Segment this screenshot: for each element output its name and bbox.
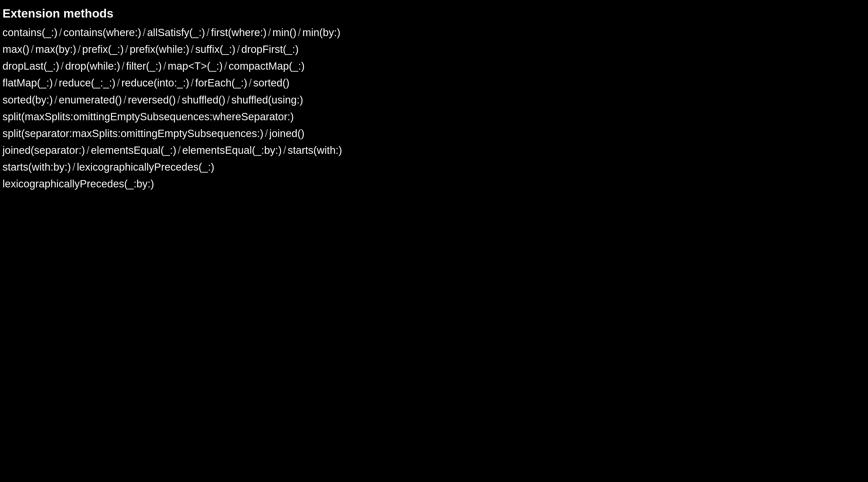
method-name[interactable]: sorted() — [253, 77, 289, 89]
page-title: Extension methods — [2, 5, 861, 22]
separator: / — [124, 94, 127, 106]
method-name[interactable]: min(by:) — [303, 27, 341, 38]
separator: / — [54, 77, 57, 89]
separator: / — [298, 27, 301, 38]
method-name[interactable]: elementsEqual(_:) — [91, 144, 177, 156]
separator: / — [178, 144, 181, 156]
separator: / — [191, 43, 194, 55]
separator: / — [265, 128, 268, 139]
separator: / — [122, 60, 125, 72]
method-name[interactable]: first(where:) — [211, 27, 267, 38]
method-name[interactable]: shuffled(using:) — [231, 94, 303, 106]
separator: / — [54, 94, 57, 106]
method-name[interactable]: joined() — [269, 128, 305, 139]
separator: / — [87, 144, 89, 156]
method-name[interactable]: min() — [272, 27, 297, 38]
page-container: Extension methods contains(_:)/contains(… — [2, 5, 861, 192]
method-name[interactable]: dropFirst(_:) — [241, 43, 299, 55]
separator: / — [72, 161, 75, 173]
method-name[interactable]: max() — [2, 43, 29, 55]
method-line: flatMap(_:)/reduce(_:_:)/reduce(into:_:)… — [2, 75, 861, 91]
separator: / — [207, 27, 210, 38]
method-name[interactable]: split(maxSplits:omittingEmptySubsequence… — [2, 111, 294, 123]
method-name[interactable]: shuffled() — [182, 94, 225, 106]
method-line: dropLast(_:)/drop(while:)/filter(_:)/map… — [2, 58, 861, 74]
separator: / — [59, 27, 62, 38]
method-name[interactable]: dropLast(_:) — [2, 60, 59, 72]
method-line: starts(with:by:)/lexicographicallyPreced… — [2, 159, 861, 175]
method-name[interactable]: filter(_:) — [126, 60, 162, 72]
method-name[interactable]: prefix(while:) — [129, 43, 189, 55]
method-line: split(separator:maxSplits:omittingEmptyS… — [2, 125, 861, 141]
method-name[interactable]: starts(with:by:) — [2, 161, 71, 173]
separator: / — [283, 144, 286, 156]
separator: / — [227, 94, 230, 106]
method-name[interactable]: forEach(_:) — [195, 77, 247, 89]
separator: / — [125, 43, 128, 55]
method-name[interactable]: lexicographicallyPrecedes(_:) — [77, 161, 215, 173]
method-line: contains(_:)/contains(where:)/allSatisfy… — [2, 24, 861, 40]
separator: / — [224, 60, 227, 72]
method-name[interactable]: suffix(_:) — [195, 43, 235, 55]
method-name[interactable]: reduce(into:_:) — [122, 77, 189, 89]
method-name[interactable]: starts(with:) — [288, 144, 342, 156]
separator: / — [249, 77, 252, 89]
method-name[interactable]: reversed() — [128, 94, 176, 106]
method-line: lexicographicallyPrecedes(_:by:) — [2, 175, 861, 192]
method-name[interactable]: allSatisfy(_:) — [147, 27, 205, 38]
method-name[interactable]: elementsEqual(_:by:) — [182, 144, 282, 156]
method-name[interactable]: max(by:) — [35, 43, 76, 55]
separator: / — [178, 94, 180, 106]
method-line: max()/max(by:)/prefix(_:)/prefix(while:)… — [2, 41, 861, 57]
method-name[interactable]: split(separator:maxSplits:omittingEmptyS… — [2, 128, 264, 139]
separator: / — [117, 77, 120, 89]
method-name[interactable]: prefix(_:) — [82, 43, 124, 55]
method-name[interactable]: drop(while:) — [65, 60, 120, 72]
method-name[interactable]: enumerated() — [59, 94, 122, 106]
separator: / — [78, 43, 81, 55]
method-name[interactable]: joined(separator:) — [2, 144, 85, 156]
separator: / — [163, 60, 166, 72]
method-name[interactable]: lexicographicallyPrecedes(_:by:) — [2, 178, 154, 190]
extension-methods-content: contains(_:)/contains(where:)/allSatisfy… — [2, 24, 861, 192]
method-name[interactable]: compactMap(_:) — [228, 60, 305, 72]
separator: / — [268, 27, 271, 38]
method-name[interactable]: contains(where:) — [63, 27, 141, 38]
method-line: joined(separator:)/elementsEqual(_:)/ele… — [2, 142, 861, 158]
method-name[interactable]: flatMap(_:) — [2, 77, 53, 89]
separator: / — [191, 77, 194, 89]
method-line: split(maxSplits:omittingEmptySubsequence… — [2, 108, 861, 125]
method-name[interactable]: sorted(by:) — [2, 94, 53, 106]
method-name[interactable]: reduce(_:_:) — [59, 77, 115, 89]
separator: / — [31, 43, 34, 55]
method-name[interactable]: map<T>(_:) — [168, 60, 222, 72]
method-line: sorted(by:)/enumerated()/reversed()/shuf… — [2, 92, 861, 108]
separator: / — [61, 60, 64, 72]
separator: / — [237, 43, 240, 55]
method-name[interactable]: contains(_:) — [2, 27, 57, 38]
separator: / — [143, 27, 146, 38]
